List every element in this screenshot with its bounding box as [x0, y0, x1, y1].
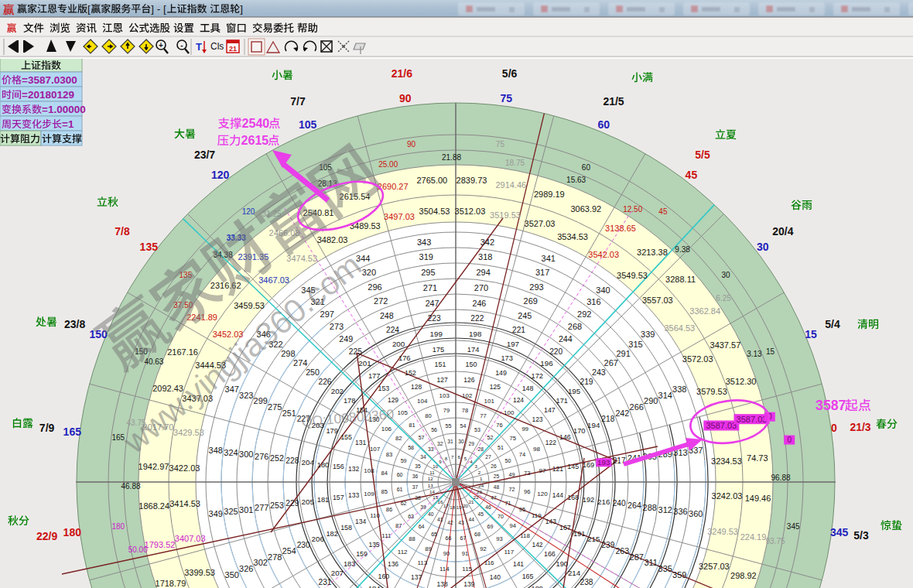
svg-text:105: 105 [398, 409, 409, 416]
svg-text:3399.53: 3399.53 [184, 568, 215, 577]
svg-text:139: 139 [463, 580, 474, 588]
svg-text:116: 116 [484, 559, 494, 566]
svg-text:3249.53: 3249.53 [707, 527, 738, 536]
svg-text:104: 104 [417, 398, 428, 405]
svg-text:112: 112 [398, 549, 408, 556]
svg-text:27: 27 [485, 454, 491, 460]
svg-text:14: 14 [429, 489, 435, 494]
svg-text:193: 193 [597, 458, 610, 467]
svg-text:315: 315 [628, 340, 642, 349]
svg-text:170: 170 [573, 427, 586, 435]
svg-text:290: 290 [644, 396, 658, 405]
svg-text:318: 318 [478, 252, 492, 262]
svg-text:343: 343 [417, 238, 431, 247]
svg-text:56: 56 [431, 427, 437, 433]
svg-text:92: 92 [480, 545, 486, 552]
svg-text:180: 180 [111, 522, 125, 531]
svg-text:120: 120 [211, 169, 230, 181]
svg-text:157: 157 [333, 494, 344, 501]
svg-text:91: 91 [462, 550, 468, 557]
svg-text:135: 135 [140, 241, 159, 253]
svg-text:101: 101 [484, 398, 495, 405]
svg-text:198: 198 [469, 330, 482, 338]
svg-text:1793.52: 1793.52 [145, 540, 176, 549]
svg-text:72: 72 [508, 487, 515, 493]
svg-text:175: 175 [433, 346, 445, 354]
svg-text:47: 47 [491, 495, 497, 501]
svg-text:T: T [196, 41, 202, 53]
svg-text:3422.03: 3422.03 [169, 463, 200, 473]
svg-text:113: 113 [417, 559, 427, 566]
svg-text:3242.03: 3242.03 [712, 491, 743, 501]
svg-text:243: 243 [592, 368, 606, 377]
svg-text:252: 252 [270, 453, 284, 463]
svg-text:138: 138 [437, 580, 448, 588]
svg-text:29: 29 [469, 441, 475, 446]
svg-text:171: 171 [556, 397, 569, 405]
svg-text:110: 110 [370, 512, 380, 519]
svg-text:165: 165 [522, 573, 534, 580]
svg-text:168: 168 [567, 494, 579, 501]
svg-text:205: 205 [302, 497, 315, 506]
svg-text:134: 134 [355, 518, 366, 525]
svg-text:137: 137 [411, 573, 422, 581]
svg-text:61: 61 [397, 487, 403, 493]
svg-text:22: 22 [474, 494, 479, 500]
svg-text:11: 11 [429, 470, 435, 475]
svg-text:65: 65 [431, 532, 437, 538]
svg-text:49: 49 [508, 472, 515, 478]
svg-text:152: 152 [405, 369, 416, 377]
svg-text:57: 57 [419, 435, 425, 441]
svg-text:45: 45 [658, 207, 668, 216]
svg-text:102: 102 [462, 392, 473, 399]
svg-text:3482.03: 3482.03 [317, 235, 348, 244]
svg-text:58: 58 [408, 445, 414, 451]
svg-text:]: ] [240, 3, 243, 15]
svg-text:59: 59 [401, 458, 407, 464]
svg-text:122: 122 [545, 439, 556, 446]
svg-text:317: 317 [535, 268, 549, 277]
svg-text:3467.03: 3467.03 [258, 275, 289, 285]
svg-text:1942.97: 1942.97 [138, 462, 169, 471]
svg-text:12: 12 [428, 476, 433, 481]
svg-text:3407.03: 3407.03 [175, 534, 206, 543]
svg-text:178: 178 [344, 397, 356, 405]
svg-text:324: 324 [224, 448, 238, 457]
svg-text:43: 43 [458, 520, 464, 525]
svg-text:118: 118 [520, 532, 530, 539]
svg-text:160: 160 [378, 573, 389, 580]
svg-text:141: 141 [513, 560, 524, 568]
svg-text:184: 184 [368, 585, 381, 588]
svg-text:192: 192 [583, 496, 595, 504]
svg-text:3474.53: 3474.53 [286, 254, 317, 263]
svg-text:267: 267 [604, 358, 618, 368]
svg-text:85: 85 [381, 488, 388, 495]
svg-text:223: 223 [428, 314, 441, 323]
svg-text:68: 68 [474, 532, 480, 538]
svg-text:3497.03: 3497.03 [384, 212, 415, 221]
svg-text:155: 155 [340, 433, 352, 441]
svg-text:53: 53 [474, 427, 480, 433]
svg-text:21/5: 21/5 [603, 95, 624, 108]
svg-text:1718.79: 1718.79 [156, 579, 186, 588]
svg-text:340: 340 [596, 285, 610, 295]
svg-text:18: 18 [450, 504, 455, 510]
svg-text:66: 66 [446, 535, 452, 542]
svg-text:87: 87 [395, 522, 402, 529]
svg-text:335: 335 [658, 564, 672, 573]
svg-text:17: 17 [443, 503, 449, 508]
svg-text:0: 0 [831, 422, 837, 434]
svg-text:2989.19: 2989.19 [534, 190, 565, 199]
svg-text:207: 207 [331, 569, 344, 577]
svg-text:69: 69 [487, 524, 493, 530]
svg-text:146: 146 [559, 433, 571, 441]
svg-text:25.00: 25.00 [378, 160, 398, 169]
svg-text:3437.57: 3437.57 [710, 340, 741, 350]
svg-text:33: 33 [428, 446, 434, 452]
svg-text:3534.53: 3534.53 [557, 232, 588, 241]
svg-text:230: 230 [297, 541, 310, 549]
svg-text:325: 325 [224, 507, 238, 516]
svg-text:2615: 2615 [241, 133, 269, 147]
svg-text:30: 30 [757, 241, 769, 253]
svg-text:251: 251 [282, 409, 296, 418]
